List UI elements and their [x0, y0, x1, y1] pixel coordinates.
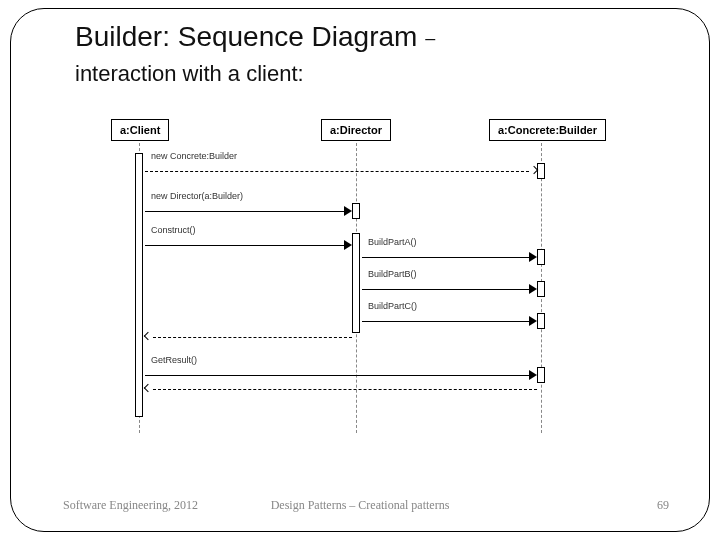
arrow-icon: [344, 240, 352, 250]
msg-line: [145, 211, 344, 212]
arrow-icon: [530, 166, 538, 174]
msg-new-director-label: new Director(a:Builder): [151, 191, 243, 201]
footer-center: Design Patterns – Creational patterns: [11, 498, 709, 513]
msg-build-b-label: BuildPartB(): [368, 269, 417, 279]
activation-director-1: [352, 203, 360, 219]
msg-build-a: BuildPartA(): [362, 251, 537, 265]
slide-title: Builder: Sequence Diagram –: [75, 21, 435, 53]
arrow-icon: [529, 252, 537, 262]
msg-line: [153, 389, 537, 390]
msg-return-result: [145, 383, 537, 397]
msg-line: [145, 375, 529, 376]
msg-line: [145, 171, 529, 172]
activation-client: [135, 153, 143, 417]
msg-line: [362, 321, 529, 322]
arrow-icon: [344, 206, 352, 216]
msg-line: [153, 337, 352, 338]
sequence-diagram: a:Client a:Director a:Concrete:Builder n…: [111, 119, 631, 439]
msg-build-a-label: BuildPartA(): [368, 237, 417, 247]
lifeline-director-head: a:Director: [321, 119, 391, 141]
arrow-icon: [144, 384, 152, 392]
msg-build-c: BuildPartC(): [362, 315, 537, 329]
activation-builder-3: [537, 313, 545, 329]
activation-builder-4: [537, 367, 545, 383]
msg-build-c-label: BuildPartC(): [368, 301, 417, 311]
msg-construct: Construct(): [145, 239, 352, 253]
title-dash: –: [425, 28, 435, 48]
msg-get-result: GetResult(): [145, 369, 537, 383]
footer-page-number: 69: [657, 498, 669, 513]
slide-frame: Builder: Sequence Diagram – interaction …: [10, 8, 710, 532]
arrow-icon: [144, 332, 152, 340]
lifeline-client-head: a:Client: [111, 119, 169, 141]
slide-subtitle: interaction with a client:: [75, 61, 304, 87]
activation-builder-0: [537, 163, 545, 179]
arrow-icon: [529, 284, 537, 294]
title-text: Builder: Sequence Diagram: [75, 21, 417, 52]
msg-new-builder-label: new Concrete:Builder: [151, 151, 237, 161]
msg-new-builder: new Concrete:Builder: [145, 165, 537, 179]
activation-director-2: [352, 233, 360, 333]
msg-line: [362, 257, 529, 258]
activation-builder-2: [537, 281, 545, 297]
lifeline-builder-head: a:Concrete:Builder: [489, 119, 606, 141]
activation-builder-1: [537, 249, 545, 265]
msg-get-result-label: GetResult(): [151, 355, 197, 365]
msg-line: [145, 245, 344, 246]
msg-build-b: BuildPartB(): [362, 283, 537, 297]
msg-line: [362, 289, 529, 290]
arrow-icon: [529, 316, 537, 326]
msg-new-director: new Director(a:Builder): [145, 205, 352, 219]
msg-construct-label: Construct(): [151, 225, 196, 235]
arrow-icon: [529, 370, 537, 380]
msg-return-construct: [145, 331, 352, 345]
